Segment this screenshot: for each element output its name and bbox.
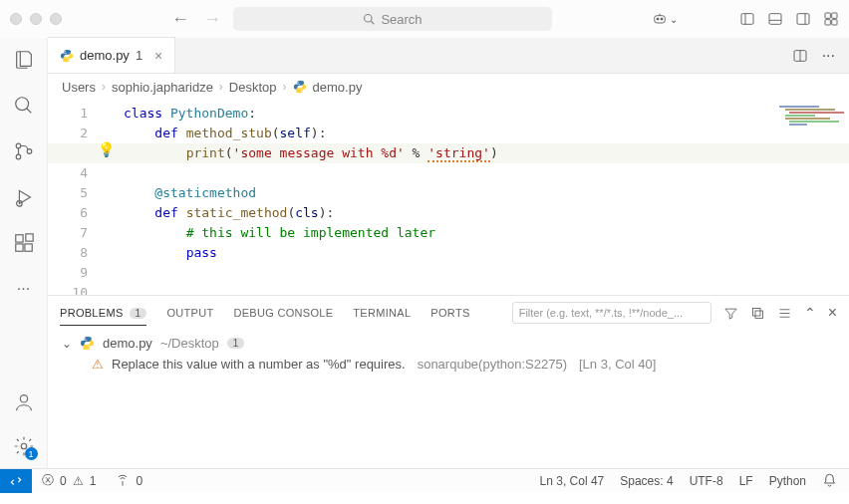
search-placeholder: Search	[381, 12, 422, 27]
python-file-icon	[80, 336, 95, 351]
svg-line-17	[26, 109, 31, 114]
svg-rect-36	[755, 311, 763, 319]
svg-rect-26	[25, 234, 32, 241]
view-as-list-icon[interactable]	[777, 306, 792, 321]
line-gutter: 12345678910	[48, 100, 98, 295]
search-activity-icon[interactable]	[12, 94, 36, 118]
panel-maximize-icon[interactable]: ⌃	[804, 305, 816, 321]
source-control-icon[interactable]	[12, 139, 36, 163]
lightbulb-icon[interactable]: 💡	[98, 139, 115, 159]
svg-point-3	[657, 18, 659, 20]
svg-point-28	[21, 443, 27, 449]
svg-rect-12	[825, 13, 830, 18]
account-icon[interactable]	[12, 390, 36, 414]
zoom-window-icon[interactable]	[50, 13, 62, 25]
settings-gear-icon[interactable]: 1	[12, 434, 36, 458]
panel-left-icon[interactable]	[739, 11, 755, 27]
bc-seg[interactable]: Users	[62, 80, 96, 95]
titlebar-actions: ⌄	[652, 11, 839, 27]
minimize-window-icon[interactable]	[30, 13, 42, 25]
nav-back-icon[interactable]: ←	[171, 9, 189, 30]
breadcrumb[interactable]: Users› sophio.japharidze› Desktop› demo.…	[48, 74, 849, 100]
python-file-icon	[60, 49, 74, 63]
titlebar: ← → Search ⌄	[0, 0, 849, 38]
tab-close-icon[interactable]: ×	[154, 48, 162, 64]
svg-point-0	[365, 15, 373, 23]
svg-point-40	[85, 338, 86, 339]
problem-file-count: 1	[227, 338, 245, 349]
tab-demo-py[interactable]: demo.py 1 ×	[48, 37, 175, 73]
svg-rect-10	[797, 14, 809, 25]
command-center-search[interactable]: Search	[233, 7, 552, 31]
remote-indicator[interactable]	[0, 469, 32, 493]
explorer-icon[interactable]	[12, 48, 36, 72]
svg-rect-14	[825, 20, 830, 25]
code-content[interactable]: class PythonDemo: def method_stub(self):…	[116, 100, 849, 295]
tab-more-icon[interactable]: ···	[822, 47, 835, 65]
tab-debug-console[interactable]: DEBUG CONSOLE	[233, 307, 333, 319]
bc-seg[interactable]: demo.py	[313, 80, 363, 95]
collapse-all-icon[interactable]	[750, 306, 765, 321]
tab-problems[interactable]: PROBLEMS1	[60, 307, 146, 326]
panel-close-icon[interactable]: ×	[828, 304, 837, 322]
panel-bottom-icon[interactable]	[767, 11, 783, 27]
status-indent[interactable]: Spaces: 4	[620, 474, 673, 488]
problem-message: Replace this value with a number as "%d"…	[112, 357, 406, 372]
panel-right-icon[interactable]	[795, 11, 811, 27]
status-ports[interactable]: 0	[106, 474, 152, 488]
svg-rect-8	[769, 14, 781, 25]
problems-filter-input[interactable]: Filter (e.g. text, **/*.ts, !**/node_...	[512, 302, 711, 324]
warning-icon: ⚠	[73, 474, 84, 488]
split-editor-icon[interactable]	[792, 48, 808, 64]
status-cursor[interactable]: Ln 3, Col 47	[540, 474, 605, 488]
python-file-icon	[293, 80, 307, 94]
minimap[interactable]	[779, 106, 839, 135]
search-icon	[363, 13, 375, 25]
svg-point-16	[15, 98, 28, 111]
status-encoding[interactable]: UTF-8	[690, 474, 723, 488]
settings-badge: 1	[25, 447, 38, 460]
status-eol[interactable]: LF	[739, 474, 753, 488]
filter-icon[interactable]	[723, 306, 738, 321]
svg-point-18	[16, 143, 21, 148]
tabs-row: demo.py 1 × ···	[48, 38, 849, 74]
editor-group: demo.py 1 × ··· Users› sophio.japharidze…	[48, 38, 849, 468]
copilot-button[interactable]: ⌄	[652, 11, 678, 27]
panel-tabs: PROBLEMS1 OUTPUT DEBUG CONSOLE TERMINAL …	[48, 296, 849, 330]
status-language[interactable]: Python	[769, 474, 806, 488]
svg-point-30	[68, 59, 69, 60]
svg-point-20	[27, 149, 32, 154]
svg-point-41	[89, 348, 90, 349]
extensions-icon[interactable]	[12, 231, 36, 255]
antenna-icon	[116, 474, 130, 488]
problem-location: [Ln 3, Col 40]	[579, 357, 656, 372]
bc-seg[interactable]: sophio.japharidze	[112, 80, 213, 95]
tab-terminal[interactable]: TERMINAL	[353, 307, 411, 319]
layout-icon[interactable]	[823, 11, 839, 27]
svg-point-33	[297, 82, 298, 83]
bc-seg[interactable]: Desktop	[229, 80, 277, 95]
nav-arrows: ← →	[171, 9, 221, 30]
bell-icon[interactable]	[822, 473, 837, 488]
overflow-icon[interactable]: ···	[12, 277, 36, 301]
tab-output[interactable]: OUTPUT	[166, 307, 213, 319]
error-icon: ⓧ	[42, 472, 54, 489]
nav-forward-icon[interactable]: →	[203, 9, 221, 30]
close-window-icon[interactable]	[10, 13, 22, 25]
svg-point-4	[661, 18, 663, 20]
problem-file-name: demo.py	[103, 336, 152, 351]
svg-rect-25	[24, 244, 31, 251]
problem-file-row[interactable]: ⌄ demo.py ~/Desktop 1	[62, 336, 835, 351]
status-problems[interactable]: ⓧ0 ⚠1	[32, 472, 106, 489]
tab-filename: demo.py	[80, 48, 130, 63]
svg-point-34	[301, 91, 302, 92]
svg-rect-2	[655, 16, 666, 23]
activity-bar: ··· 1	[0, 38, 48, 468]
problem-item[interactable]: ⚠ Replace this value with a number as "%…	[62, 351, 835, 372]
code-editor[interactable]: 12345678910 💡 class PythonDemo: def meth…	[48, 100, 849, 295]
chevron-down-icon[interactable]: ⌄	[62, 337, 72, 351]
run-debug-icon[interactable]	[12, 185, 36, 209]
problem-source: sonarqube(python:S2275)	[418, 357, 567, 372]
tab-ports[interactable]: PORTS	[430, 307, 469, 319]
warning-icon: ⚠	[92, 357, 104, 372]
